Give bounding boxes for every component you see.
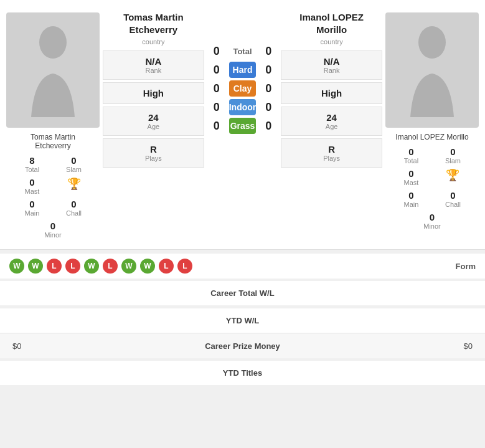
left-rank-row: N/A Rank	[103, 50, 204, 80]
hard-right-score: 0	[259, 64, 278, 77]
right-player-name-caption: Imanol LOPEZ Morillo	[395, 133, 468, 141]
score-hard-row: 0 Hard 0	[207, 62, 278, 78]
indoor-right-score: 0	[259, 101, 278, 114]
score-grass-row: 0 Grass 0	[207, 118, 278, 134]
left-plays-row: R Plays	[103, 138, 204, 168]
left-player-fullname: Tomas MartinEtcheverry	[103, 6, 204, 38]
right-stat-mast: 0 Mast	[391, 167, 431, 188]
score-total-row: 0 Total 0	[207, 44, 278, 59]
right-player-card: Imanol LOPEZMorillo country N/A Rank Hig…	[281, 6, 382, 243]
career-wl-label: Career Total W/L	[87, 288, 398, 298]
right-player-fullname: Imanol LOPEZMorillo	[281, 6, 382, 38]
left-stat-main: 0 Main	[12, 198, 52, 218]
right-stat-chall: 0 Chall	[433, 189, 473, 209]
comparison-section: Tomas MartinEtcheverry 8 Total 0 Slam 0 …	[0, 0, 485, 250]
right-player-stats: 0 Total 0 Slam 0 Mast 🏆 0 Main	[385, 145, 479, 231]
ytd-wl-row: YTD W/L	[0, 308, 485, 333]
total-left-score: 0	[207, 45, 226, 58]
prize-left: $0	[12, 341, 87, 351]
left-player-silhouette	[25, 21, 81, 120]
left-age-row: 24 Age	[103, 107, 204, 136]
right-player-silhouette	[404, 21, 460, 120]
total-badge: Total	[229, 44, 257, 59]
form-badge-w3: W	[84, 259, 99, 274]
indoor-left-score: 0	[207, 101, 226, 114]
ytd-titles-row: YTD Titles	[0, 361, 485, 386]
right-stat-minor: 0 Minor	[412, 211, 452, 231]
form-badge-w4: W	[121, 259, 136, 274]
left-player-name-caption: Tomas MartinEtcheverry	[31, 133, 75, 150]
form-badge-l2: L	[65, 259, 80, 274]
ytd-wl-label: YTD W/L	[87, 316, 398, 325]
form-badge-l3: L	[103, 259, 118, 274]
grass-left-score: 0	[207, 120, 226, 133]
center-scores: 0 Total 0 0 Hard 0 0 Clay 0 0 Indoor 0	[204, 6, 281, 243]
form-badge-l5: L	[177, 259, 192, 274]
left-player-stats: 8 Total 0 Slam 0 Mast 🏆 0 Main	[6, 154, 100, 240]
prize-right: $0	[398, 341, 473, 351]
form-badge-w2: W	[28, 259, 43, 274]
main-container: Tomas MartinEtcheverry 8 Total 0 Slam 0 …	[0, 0, 485, 386]
right-trophy-icon-area: 🏆	[433, 167, 473, 188]
right-player-country: country	[281, 38, 382, 45]
right-player-avatar	[385, 12, 479, 128]
right-surface-row: High	[281, 82, 382, 104]
right-stat-total: 0 Total	[391, 145, 431, 166]
left-player-card: Tomas MartinEtcheverry country N/A Rank …	[103, 6, 204, 243]
grass-right-score: 0	[259, 120, 278, 133]
right-rank-row: N/A Rank	[281, 50, 382, 80]
right-trophy-icon: 🏆	[433, 168, 473, 182]
left-surface-row: High	[103, 82, 204, 104]
left-stat-slam: 0 Slam	[54, 154, 94, 174]
svg-point-1	[418, 26, 446, 59]
left-trophy-icon: 🏆	[54, 177, 94, 191]
right-stat-main: 0 Main	[391, 189, 431, 209]
svg-point-0	[39, 26, 67, 59]
hard-left-score: 0	[207, 64, 226, 77]
clay-badge: Clay	[229, 80, 257, 97]
indoor-badge: Indoor	[229, 99, 257, 115]
career-prize-row: $0 Career Prize Money $0	[0, 334, 485, 358]
form-badge-w1: W	[9, 259, 24, 274]
score-indoor-row: 0 Indoor 0	[207, 99, 278, 115]
score-clay-row: 0 Clay 0	[207, 80, 278, 97]
left-stat-mast: 0 Mast	[12, 176, 52, 196]
ytd-titles-label: YTD Titles	[87, 368, 398, 378]
right-age-row: 24 Age	[281, 107, 382, 136]
form-label: Form	[456, 262, 476, 271]
clay-right-score: 0	[259, 82, 278, 95]
right-player-photo-area: Imanol LOPEZ Morillo 0 Total 0 Slam 0 Ma…	[382, 6, 485, 243]
left-player-avatar	[6, 12, 100, 128]
grass-badge: Grass	[229, 118, 257, 134]
total-right-score: 0	[259, 45, 278, 58]
hard-badge: Hard	[229, 62, 257, 78]
left-stat-chall: 0 Chall	[54, 198, 94, 218]
prize-label: Career Prize Money	[87, 341, 398, 351]
left-player-photo-area: Tomas MartinEtcheverry 8 Total 0 Slam 0 …	[0, 6, 103, 243]
left-trophy-icon-area: 🏆	[54, 176, 94, 196]
clay-left-score: 0	[207, 82, 226, 95]
left-stat-total: 8 Total	[12, 154, 52, 174]
form-badge-l1: L	[47, 259, 62, 274]
form-badge-l4: L	[159, 259, 174, 274]
right-plays-row: R Plays	[281, 138, 382, 168]
form-section: W W L L W L W W L L Form	[0, 254, 485, 279]
form-badge-w5: W	[140, 259, 155, 274]
left-stat-minor: 0 Minor	[33, 219, 73, 240]
right-stat-slam: 0 Slam	[433, 145, 473, 166]
career-total-wl-row: Career Total W/L	[0, 281, 485, 306]
left-player-country: country	[103, 38, 204, 45]
